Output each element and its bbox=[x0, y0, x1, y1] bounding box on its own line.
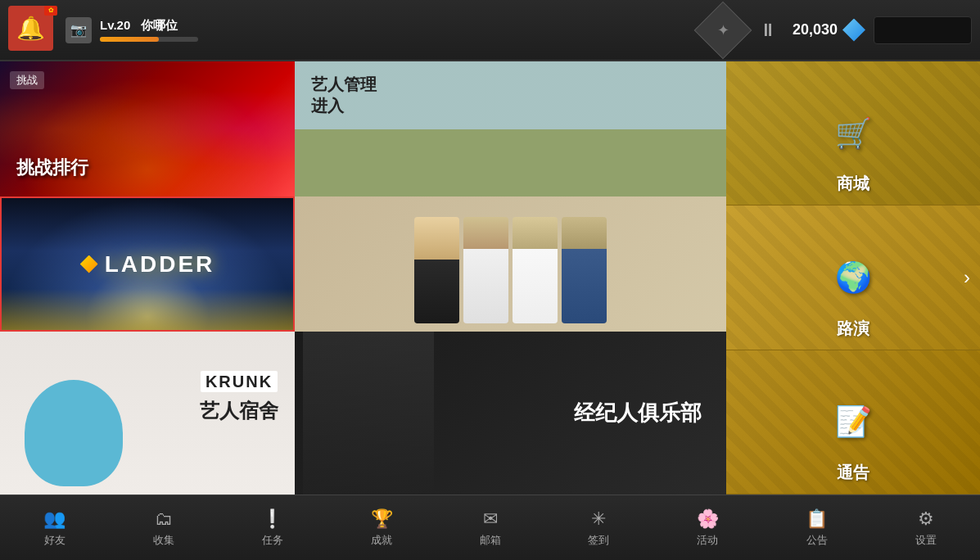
notice-icon: 📝 bbox=[835, 404, 872, 439]
settings-icon: ⚙ bbox=[918, 508, 934, 530]
friends-icon: 👥 bbox=[43, 508, 65, 530]
event-label: 活动 bbox=[697, 533, 718, 548]
ladder-text: LADDER bbox=[80, 251, 215, 278]
globe-icon: 🌍 bbox=[835, 260, 872, 295]
nav-diamond-button[interactable]: ✦ bbox=[694, 1, 752, 59]
friends-label: 好友 bbox=[44, 533, 65, 548]
hk-flag-icon: ✿ bbox=[44, 6, 57, 16]
top-row: 挑战 挑战排行 艺人管理 进入 bbox=[0, 61, 726, 196]
level-bar-fill bbox=[100, 37, 159, 42]
task-icon: ❕ bbox=[261, 508, 283, 530]
collect-label: 收集 bbox=[153, 533, 174, 548]
nav-notice[interactable]: 📋 公告 bbox=[793, 504, 840, 552]
avatar-area: 🔔 ✿ bbox=[8, 6, 57, 55]
ladder-tile[interactable]: LADDER bbox=[0, 196, 295, 332]
diamond-nav-icon: ✦ bbox=[716, 21, 729, 39]
broker-figure-decoration bbox=[303, 332, 434, 495]
tour-tile[interactable]: 🌍 路演 › bbox=[726, 205, 980, 350]
nav-achievement[interactable]: 🏆 成就 bbox=[359, 504, 405, 552]
collect-icon: 🗂 bbox=[155, 508, 173, 530]
cart-icon: 🛒 bbox=[835, 116, 872, 151]
main-content: 挑战 挑战排行 艺人管理 进入 LADDER bbox=[0, 61, 980, 495]
nav-friends[interactable]: 👥 好友 bbox=[31, 504, 78, 552]
achievement-label: 成就 bbox=[371, 533, 392, 548]
dorm-title-area: KRUNK 艺人宿舍 bbox=[200, 373, 278, 424]
notice-label: 通告 bbox=[837, 462, 869, 484]
dorm-name-label: 艺人宿舍 bbox=[200, 398, 278, 424]
nav-event[interactable]: 🌸 活动 bbox=[684, 504, 731, 552]
krunk-label: KRUNK bbox=[201, 371, 278, 392]
challenge-sublabel: 挑战 bbox=[10, 71, 44, 89]
checkin-label: 签到 bbox=[588, 533, 609, 548]
coin-display: 20,030 bbox=[793, 19, 865, 42]
bottom-row: KRUNK 艺人宿舍 经纪人俱乐部 bbox=[0, 332, 726, 495]
settings-label: 设置 bbox=[915, 533, 937, 548]
artist-person-2 bbox=[463, 217, 508, 323]
middle-row: LADDER bbox=[0, 196, 726, 332]
nav-checkin[interactable]: ✳ 签到 bbox=[576, 504, 621, 552]
artist-person-1 bbox=[414, 217, 459, 323]
right-sidebar: 🛒 商城 🌍 路演 › 📝 通告 bbox=[726, 61, 980, 495]
coin-amount: 20,030 bbox=[793, 21, 838, 38]
pause-button[interactable]: ⏸ bbox=[752, 14, 784, 47]
diamond-currency-icon bbox=[842, 19, 865, 42]
ladder-diamond-icon bbox=[80, 255, 98, 273]
challenge-text: 挑战排行 bbox=[16, 156, 88, 180]
camera-icon[interactable]: 📷 bbox=[65, 17, 92, 43]
dorm-tile[interactable]: KRUNK 艺人宿舍 bbox=[0, 332, 295, 495]
artist-person-4 bbox=[562, 217, 607, 323]
checkin-icon: ✳ bbox=[591, 508, 606, 530]
task-label: 任务 bbox=[262, 533, 283, 548]
artist-photo-tile[interactable] bbox=[295, 196, 726, 332]
mail-label: 邮箱 bbox=[480, 533, 501, 548]
bottom-nav: 👥 好友 🗂 收集 ❕ 任务 🏆 成就 ✉ 邮箱 ✳ 签到 🌸 活动 📋 公告 … bbox=[0, 495, 980, 560]
event-icon: 🌸 bbox=[697, 508, 719, 530]
dorm-bg: KRUNK 艺人宿舍 bbox=[0, 332, 295, 495]
artist-person-3 bbox=[513, 217, 558, 323]
broker-text: 经纪人俱乐部 bbox=[574, 399, 702, 427]
broker-tile[interactable]: 经纪人俱乐部 bbox=[295, 332, 726, 495]
nav-collect[interactable]: 🗂 收集 bbox=[141, 504, 187, 552]
nav-mail[interactable]: ✉ 邮箱 bbox=[467, 504, 513, 552]
dark-bar bbox=[874, 16, 972, 44]
level-bar bbox=[100, 37, 198, 42]
nav-task[interactable]: ❕ 任务 bbox=[249, 504, 296, 552]
bulletin-icon: 📋 bbox=[806, 508, 828, 530]
level-info: Lv.20 你哪位 bbox=[100, 18, 198, 42]
level-text: Lv.20 你哪位 bbox=[100, 18, 198, 34]
shop-label: 商城 bbox=[837, 173, 869, 195]
artist-manage-text: 艺人管理 进入 bbox=[311, 74, 377, 116]
left-center-area: 挑战 挑战排行 艺人管理 进入 LADDER bbox=[0, 61, 726, 495]
ladder-crowd-decoration bbox=[2, 289, 293, 330]
top-bar: 🔔 ✿ 📷 Lv.20 你哪位 ✦ ⏸ 20,030 bbox=[0, 0, 980, 61]
nav-settings[interactable]: ⚙ 设置 bbox=[903, 504, 949, 552]
bulletin-label: 公告 bbox=[806, 533, 828, 548]
challenge-ranking-tile[interactable]: 挑战 挑战排行 bbox=[0, 61, 295, 196]
krunk-bear-illustration bbox=[25, 380, 123, 486]
shop-tile[interactable]: 🛒 商城 bbox=[726, 61, 980, 205]
artist-manage-tile[interactable]: 艺人管理 进入 bbox=[295, 61, 726, 196]
tour-label: 路演 bbox=[837, 318, 869, 340]
artist-photo-bg bbox=[295, 196, 726, 332]
avatar-icon: 🔔 bbox=[16, 15, 45, 42]
notice-tile[interactable]: 📝 通告 bbox=[726, 350, 980, 495]
chevron-right-icon: › bbox=[964, 266, 970, 289]
mail-icon: ✉ bbox=[483, 508, 498, 530]
achievement-icon: 🏆 bbox=[371, 508, 393, 530]
